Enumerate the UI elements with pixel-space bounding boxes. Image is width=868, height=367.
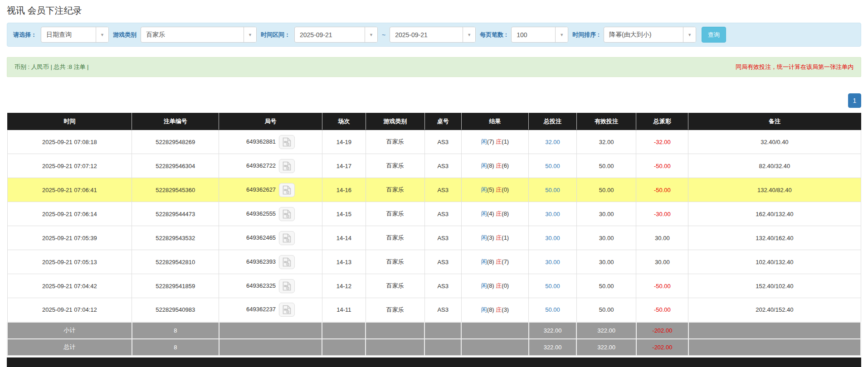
total-bet-link[interactable]: 30.00 bbox=[545, 211, 560, 217]
page-size-select[interactable]: 100 ▼ bbox=[511, 27, 568, 43]
payout-cell: 30.00 bbox=[636, 250, 688, 274]
table-id-cell: AS3 bbox=[424, 274, 461, 298]
player-result-value: (4) bbox=[487, 210, 496, 217]
bottom-table-header-strip bbox=[7, 357, 861, 367]
total-bet-cell: 32.00 bbox=[529, 130, 576, 154]
video-replay-button[interactable] bbox=[279, 255, 295, 269]
query-type-select[interactable]: 日期查询 ▼ bbox=[41, 27, 109, 43]
empty-cell bbox=[322, 322, 366, 339]
page-title: 视讯 会员下注纪录 bbox=[7, 5, 861, 17]
banker-result-value: (1) bbox=[502, 138, 509, 145]
game-type-cell: 百家乐 bbox=[366, 298, 424, 322]
player-result-label: 闲 bbox=[481, 138, 487, 145]
banker-result-value: (6) bbox=[502, 162, 509, 169]
payout-cell: -32.00 bbox=[636, 130, 688, 154]
video-replay-button[interactable] bbox=[279, 279, 295, 293]
table-row: 2025-09-21 07:04:42522829541859649362325… bbox=[7, 274, 861, 298]
chevron-down-icon: ▼ bbox=[463, 27, 475, 42]
page-size-value: 100 bbox=[512, 31, 532, 39]
result-cell: 闲(7) 庄(1) bbox=[461, 130, 529, 154]
column-header: 桌号 bbox=[424, 113, 461, 130]
table-row: 2025-09-21 07:05:39522829543532649362465… bbox=[7, 226, 861, 250]
video-replay-button[interactable] bbox=[279, 183, 295, 197]
banker-result-value: (7) bbox=[502, 258, 509, 265]
total-bet-link[interactable]: 30.00 bbox=[545, 259, 560, 266]
video-file-icon bbox=[283, 233, 291, 243]
table-header: 时间注单编号局号场次游戏类别桌号结果总投注有效投注总派彩备注 bbox=[7, 113, 861, 130]
total-bet-cell: 50.00 bbox=[529, 274, 576, 298]
valid-bet-cell: 50.00 bbox=[576, 178, 636, 202]
total-bet-link[interactable]: 50.00 bbox=[545, 283, 560, 290]
total-bet-link[interactable]: 30.00 bbox=[545, 235, 560, 241]
sort-order-select[interactable]: 降幂(由大到小) ▼ bbox=[604, 27, 696, 43]
remark-cell: 132.40/162.40 bbox=[688, 226, 861, 250]
payout-cell: -50.00 bbox=[636, 178, 688, 202]
video-replay-button[interactable] bbox=[279, 303, 295, 317]
empty-cell bbox=[424, 322, 461, 339]
video-replay-button[interactable] bbox=[279, 135, 295, 149]
subtotal-count-cell: 8 bbox=[132, 322, 219, 339]
round-cell: 649362393 bbox=[219, 250, 322, 274]
table-row: 2025-09-21 07:06:41522829545360649362627… bbox=[7, 178, 861, 202]
game-type-cell: 百家乐 bbox=[366, 250, 424, 274]
session-cell: 14-19 bbox=[322, 130, 366, 154]
table-row: 2025-09-21 07:05:13522829542810649362393… bbox=[7, 250, 861, 274]
video-replay-button[interactable] bbox=[279, 207, 295, 221]
result-cell: 闲(8) 庄(0) bbox=[461, 274, 529, 298]
table-id-cell: AS3 bbox=[424, 298, 461, 322]
total-remark-cell bbox=[688, 339, 861, 356]
remark-cell: 162.40/132.40 bbox=[688, 202, 861, 226]
player-result-value: (3) bbox=[487, 234, 496, 241]
player-result-label: 闲 bbox=[481, 282, 487, 289]
result-cell: 闲(4) 庄(8) bbox=[461, 202, 529, 226]
game-type-select[interactable]: 百家乐 ▼ bbox=[141, 27, 257, 43]
empty-cell bbox=[366, 339, 424, 356]
page-size-label: 每页笔数 : bbox=[480, 31, 507, 39]
round-cell: 649362325 bbox=[219, 274, 322, 298]
round-id: 649362627 bbox=[246, 186, 276, 193]
session-cell: 14-17 bbox=[322, 154, 366, 178]
remark-cell: 152.40/102.40 bbox=[688, 274, 861, 298]
date-to-input[interactable]: 2025-09-21 ▼ bbox=[390, 27, 476, 43]
search-button[interactable]: 查询 bbox=[702, 27, 726, 43]
total-bet-cell: 50.00 bbox=[529, 178, 576, 202]
bet-time-cell: 2025-09-21 07:05:39 bbox=[7, 226, 132, 250]
total-bet-link[interactable]: 32.00 bbox=[545, 139, 560, 145]
remark-cell: 102.40/132.40 bbox=[688, 250, 861, 274]
table-row: 2025-09-21 07:04:12522829540983649362237… bbox=[7, 298, 861, 322]
bet-time-cell: 2025-09-21 07:08:18 bbox=[7, 130, 132, 154]
table-id-cell: AS3 bbox=[424, 226, 461, 250]
session-cell: 14-16 bbox=[322, 178, 366, 202]
column-header: 注单编号 bbox=[132, 113, 219, 130]
player-result-label: 闲 bbox=[481, 306, 487, 313]
round-cell: 649362627 bbox=[219, 178, 322, 202]
player-result-label: 闲 bbox=[481, 162, 487, 169]
round-cell: 649362881 bbox=[219, 130, 322, 154]
video-replay-button[interactable] bbox=[279, 231, 295, 245]
video-file-icon bbox=[283, 281, 291, 291]
bet-time-cell: 2025-09-21 07:04:42 bbox=[7, 274, 132, 298]
bet-time-cell: 2025-09-21 07:05:13 bbox=[7, 250, 132, 274]
valid-bet-cell: 50.00 bbox=[576, 298, 636, 322]
summary-bar: 币别 : 人民币 | 总共 :8 注单 | 同局有效投注，统一计算在该局第一张注… bbox=[7, 57, 861, 77]
game-type-cell: 百家乐 bbox=[366, 154, 424, 178]
pagination-page-1[interactable]: 1 bbox=[848, 93, 861, 108]
date-from-input[interactable]: 2025-09-21 ▼ bbox=[294, 27, 378, 43]
subtotal-payout-cell: -202.00 bbox=[636, 322, 688, 339]
total-bet-link[interactable]: 50.00 bbox=[545, 187, 560, 193]
video-file-icon bbox=[283, 257, 291, 267]
video-replay-button[interactable] bbox=[279, 159, 295, 173]
player-result-value: (8) bbox=[487, 282, 496, 289]
date-from-value: 2025-09-21 bbox=[295, 31, 337, 39]
column-header: 总派彩 bbox=[636, 113, 688, 130]
banker-result-label: 庄 bbox=[496, 258, 502, 265]
total-bet-link[interactable]: 50.00 bbox=[545, 306, 560, 313]
total-bet-link[interactable]: 50.00 bbox=[545, 163, 560, 169]
bet-id-cell: 522829540983 bbox=[132, 298, 219, 322]
total-bet-cell: 30.00 bbox=[529, 250, 576, 274]
total-bet-cell: 50.00 bbox=[529, 298, 576, 322]
round-cell: 649362237 bbox=[219, 298, 322, 322]
round-id: 649362393 bbox=[246, 258, 276, 265]
valid-bet-notice: 同局有效投注，统一计算在该局第一张注单内 bbox=[736, 63, 853, 71]
subtotal-remark-cell bbox=[688, 322, 861, 339]
